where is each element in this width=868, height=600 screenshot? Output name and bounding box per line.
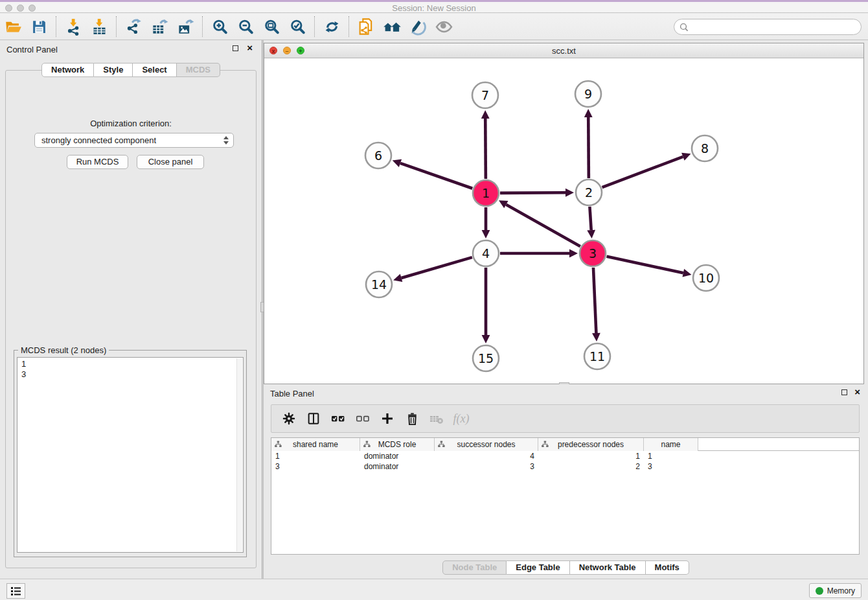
tab-edge-table[interactable]: Edge Table [507, 560, 569, 575]
split-columns-icon [306, 411, 321, 426]
table-cell[interactable]: 3 [644, 461, 698, 472]
graph-node-label: 6 [374, 148, 382, 163]
run-mcds-button[interactable]: Run MCDS [67, 155, 128, 169]
close-panel-icon[interactable]: × [854, 386, 860, 398]
import-table-button[interactable] [86, 16, 112, 38]
tab-network-table[interactable]: Network Table [570, 560, 646, 575]
export-network-icon [125, 18, 143, 36]
show-column-button[interactable] [301, 408, 326, 430]
column-header-shared-name[interactable]: shared name [271, 438, 360, 451]
select-all-button[interactable] [326, 408, 350, 430]
table-cell[interactable]: 3 [435, 461, 538, 472]
close-panel-icon[interactable]: × [247, 42, 253, 54]
graph-edge-2-9[interactable] [588, 117, 589, 178]
toolbar-separator [56, 16, 56, 37]
tab-select[interactable]: Select [133, 63, 176, 77]
table-cell[interactable]: 4 [435, 451, 538, 461]
zoom-selected-button[interactable] [284, 16, 310, 38]
table-row[interactable]: 1dominator411 [271, 451, 859, 461]
app-titlebar: Session: New Session [0, 0, 868, 13]
list-icon [10, 586, 21, 597]
tab-motifs[interactable]: Motifs [646, 560, 689, 575]
close-panel-button[interactable]: Close panel [137, 155, 204, 169]
houses-button[interactable] [379, 16, 405, 38]
window-title: Session: New Session [0, 3, 868, 13]
graph-edge-3-10[interactable] [606, 257, 683, 273]
column-header-predecessor-nodes[interactable]: predecessor nodes [538, 438, 644, 451]
network-canvas[interactable]: 7968124314101511 [264, 58, 863, 384]
mcds-panel: Optimization criterion: strongly connect… [5, 70, 257, 568]
result-item[interactable]: 3 [21, 369, 239, 380]
column-header-MCDS-role[interactable]: MCDS role [360, 438, 435, 451]
table-row[interactable]: 3dominator323 [271, 461, 859, 472]
criterion-select[interactable]: strongly connected component [34, 133, 234, 148]
export-network-button[interactable] [120, 16, 146, 38]
unchecked-boxes-icon [355, 411, 371, 426]
eye-button[interactable] [431, 16, 457, 38]
float-panel-icon[interactable] [233, 45, 238, 51]
criterion-select-value: strongly connected component [41, 135, 156, 145]
open-file-button[interactable] [0, 16, 26, 38]
result-item[interactable]: 1 [21, 359, 239, 369]
table-panel-tabs: Node TableEdge TableNetwork TableMotifs [264, 560, 868, 575]
network-window-titlebar[interactable]: x – + scc.txt [264, 43, 863, 58]
zoom-fit-button[interactable] [258, 16, 284, 38]
zoom-out-icon [237, 18, 255, 36]
export-table-button[interactable] [146, 16, 172, 38]
export-image-button[interactable] [172, 16, 198, 38]
tab-network[interactable]: Network [41, 63, 94, 77]
save-session-button[interactable] [26, 16, 52, 38]
paintbrush-slash-icon [409, 17, 427, 36]
refresh-button[interactable] [319, 16, 345, 38]
create-column-button[interactable] [375, 408, 400, 430]
import-network-button[interactable] [60, 16, 86, 38]
toolbar-separator [202, 16, 203, 37]
graph-edge-1-7[interactable] [485, 119, 486, 179]
table-cell[interactable]: 1 [538, 451, 644, 461]
graph-node-label: 14 [371, 277, 387, 292]
table-cell[interactable]: dominator [360, 451, 435, 461]
search-input[interactable] [674, 19, 862, 35]
graph-edge-arrow [584, 109, 593, 117]
table-cell[interactable]: 2 [538, 461, 644, 472]
table-cell[interactable]: dominator [360, 461, 435, 472]
column-header-name[interactable]: name [644, 438, 698, 451]
graph-edge-3-11[interactable] [593, 268, 596, 333]
function-builder-button[interactable]: f(x) [449, 408, 474, 430]
mcds-result-list[interactable]: 13 [17, 357, 244, 553]
tab-style[interactable]: Style [94, 63, 133, 77]
delete-column-button[interactable] [400, 408, 424, 430]
graph-edge-arrow [682, 269, 691, 277]
graph-edge-arrow [393, 159, 402, 167]
graph-node-label: 11 [589, 349, 605, 363]
tab-node-table[interactable]: Node Table [442, 560, 507, 575]
graph-edge-2-8[interactable] [602, 157, 683, 187]
graph-node-label: 15 [478, 351, 494, 365]
zoom-in-button[interactable] [207, 16, 233, 38]
tab-mcds[interactable]: MCDS [177, 63, 220, 77]
export-image-icon [177, 18, 194, 36]
duplicate-network-button[interactable] [353, 16, 379, 38]
delete-table-button[interactable] [424, 408, 449, 430]
column-header-successor-nodes[interactable]: successor nodes [435, 438, 538, 451]
table-cell[interactable]: 1 [271, 451, 360, 461]
graph-edge-1-6[interactable] [400, 163, 472, 189]
graph-edge-3-1[interactable] [506, 205, 580, 247]
paintbrush-slash-button[interactable] [405, 16, 431, 38]
deselect-all-button[interactable] [350, 408, 375, 430]
table-settings-button[interactable] [277, 408, 301, 430]
graph-edge-4-14[interactable] [402, 257, 472, 278]
result-scrollbar[interactable] [236, 358, 242, 551]
graph-edge-1-2[interactable] [500, 192, 565, 193]
table-cell[interactable]: 3 [271, 461, 360, 472]
table-cell[interactable]: 1 [644, 451, 698, 461]
graph-edge-2-3[interactable] [589, 207, 591, 230]
float-panel-icon[interactable] [841, 389, 847, 395]
zoom-out-button[interactable] [233, 16, 258, 38]
memory-button[interactable]: Memory [809, 583, 862, 598]
graph-node-label: 10 [698, 271, 714, 285]
status-menu-button[interactable] [6, 583, 25, 599]
table-toolbar: f(x) [271, 404, 860, 433]
graph-edge-arrow [482, 335, 490, 343]
column-label: MCDS role [360, 440, 434, 449]
